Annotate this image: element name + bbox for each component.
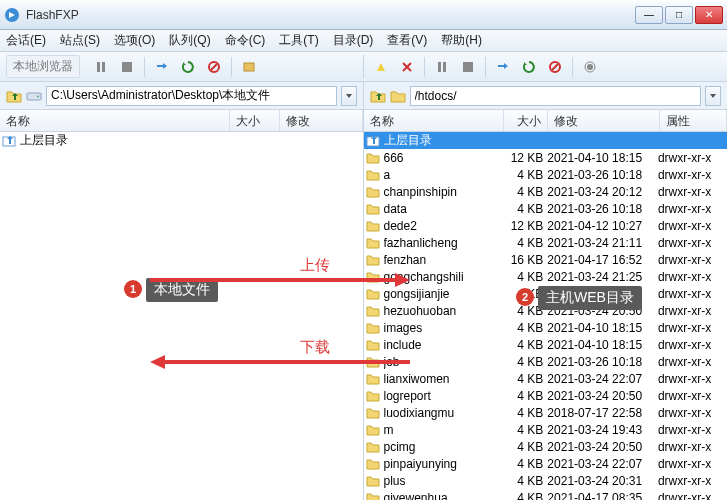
file-attrs: drwxr-xr-x	[658, 372, 727, 386]
toolbar: 本地浏览器	[0, 52, 727, 82]
menu-view[interactable]: 查看(V)	[387, 32, 427, 49]
file-row[interactable]: job4 KB2021-03-26 10:18drwxr-xr-x	[364, 353, 728, 370]
up-icon-r	[366, 134, 382, 148]
col-attrs-r[interactable]: 属性	[660, 110, 728, 131]
file-row[interactable]: fenzhan16 KB2021-04-17 16:52drwxr-xr-x	[364, 251, 728, 268]
connect-icon[interactable]	[370, 56, 392, 78]
parent-dir-row[interactable]: 上层目录	[0, 132, 363, 149]
file-row[interactable]: logreport4 KB2021-03-24 20:50drwxr-xr-x	[364, 387, 728, 404]
path-dropdown-icon-r[interactable]	[705, 86, 721, 106]
transfer-icon-r[interactable]	[492, 56, 514, 78]
left-pane[interactable]: 上层目录	[0, 132, 364, 500]
menu-commands[interactable]: 命令(C)	[225, 32, 266, 49]
svg-rect-1	[97, 62, 100, 72]
file-row[interactable]: include4 KB2021-04-10 18:15drwxr-xr-x	[364, 336, 728, 353]
stop-icon-r[interactable]	[457, 56, 479, 78]
col-size-l[interactable]: 大小	[230, 110, 280, 131]
local-path-input[interactable]	[46, 86, 337, 106]
menubar: 会话(E) 站点(S) 选项(O) 队列(Q) 命令(C) 工具(T) 目录(D…	[0, 30, 727, 52]
folder-up-icon-r[interactable]	[370, 88, 386, 104]
stop-icon[interactable]	[116, 56, 138, 78]
minimize-button[interactable]: —	[635, 6, 663, 24]
file-name: hezuohuoban	[384, 304, 504, 318]
tools-icon-r[interactable]	[579, 56, 601, 78]
folder-icon	[366, 168, 382, 182]
pause-icon[interactable]	[90, 56, 112, 78]
file-size: 4 KB	[504, 491, 547, 501]
right-pane[interactable]: 上层目录 66612 KB2021-04-10 18:15drwxr-xr-xa…	[364, 132, 728, 500]
file-name: include	[384, 338, 504, 352]
file-row[interactable]: gongsijianjie4 KB2021-03-24 20:50drwxr-x…	[364, 285, 728, 302]
up-icon	[2, 134, 18, 148]
file-name: gongchangshili	[384, 270, 504, 284]
refresh-icon-r[interactable]	[518, 56, 540, 78]
file-attrs: drwxr-xr-x	[658, 253, 727, 267]
file-attrs: drwxr-xr-x	[658, 423, 727, 437]
menu-directory[interactable]: 目录(D)	[333, 32, 374, 49]
file-name: a	[384, 168, 504, 182]
folder-icon	[366, 389, 382, 403]
file-row[interactable]: chanpinshipin4 KB2021-03-24 20:12drwxr-x…	[364, 183, 728, 200]
file-row[interactable]: qiyewenhua4 KB2021-04-17 08:35drwxr-xr-x	[364, 489, 728, 500]
file-row[interactable]: data4 KB2021-03-26 10:18drwxr-xr-x	[364, 200, 728, 217]
file-attrs: drwxr-xr-x	[658, 440, 727, 454]
file-row[interactable]: lianxiwomen4 KB2021-03-24 22:07drwxr-xr-…	[364, 370, 728, 387]
file-row[interactable]: dede212 KB2021-04-12 10:27drwxr-xr-x	[364, 217, 728, 234]
path-dropdown-icon[interactable]	[341, 86, 357, 106]
settings-icon[interactable]	[238, 56, 260, 78]
pause-icon-r[interactable]	[431, 56, 453, 78]
folder-icon	[366, 151, 382, 165]
close-button[interactable]: ✕	[695, 6, 723, 24]
file-row[interactable]: a4 KB2021-03-26 10:18drwxr-xr-x	[364, 166, 728, 183]
file-name: data	[384, 202, 504, 216]
maximize-button[interactable]: □	[665, 6, 693, 24]
transfer-icon[interactable]	[151, 56, 173, 78]
file-modified: 2021-04-17 16:52	[547, 253, 658, 267]
menu-tools[interactable]: 工具(T)	[279, 32, 318, 49]
refresh-icon[interactable]	[177, 56, 199, 78]
remote-path-input[interactable]	[410, 86, 702, 106]
file-row[interactable]: images4 KB2021-04-10 18:15drwxr-xr-x	[364, 319, 728, 336]
file-modified: 2021-04-10 18:15	[547, 321, 658, 335]
file-size: 12 KB	[504, 219, 547, 233]
local-browser-label: 本地浏览器	[6, 55, 80, 78]
file-row[interactable]: luodixiangmu4 KB2018-07-17 22:58drwxr-xr…	[364, 404, 728, 421]
menu-sites[interactable]: 站点(S)	[60, 32, 100, 49]
abort-icon[interactable]	[203, 56, 225, 78]
abort-icon-r[interactable]	[544, 56, 566, 78]
menu-options[interactable]: 选项(O)	[114, 32, 155, 49]
folder-icon	[366, 406, 382, 420]
col-size-r[interactable]: 大小	[504, 110, 548, 131]
file-row[interactable]: gongchangshili4 KB2021-03-24 21:25drwxr-…	[364, 268, 728, 285]
file-row[interactable]: 66612 KB2021-04-10 18:15drwxr-xr-x	[364, 149, 728, 166]
window-title: FlashFXP	[26, 8, 635, 22]
col-modified-r[interactable]: 修改	[548, 110, 660, 131]
file-size: 4 KB	[504, 389, 547, 403]
content: 上层目录 上层目录 66612 KB2021-04-10 18:15drwxr-…	[0, 132, 727, 500]
col-name-l[interactable]: 名称	[0, 110, 230, 131]
col-modified-l[interactable]: 修改	[280, 110, 363, 131]
menu-help[interactable]: 帮助(H)	[441, 32, 482, 49]
file-row[interactable]: m4 KB2021-03-24 19:43drwxr-xr-x	[364, 421, 728, 438]
file-row[interactable]: pinpaiyunying4 KB2021-03-24 22:07drwxr-x…	[364, 455, 728, 472]
app-icon	[4, 7, 20, 23]
file-row[interactable]: fazhanlicheng4 KB2021-03-24 21:11drwxr-x…	[364, 234, 728, 251]
file-row[interactable]: plus4 KB2021-03-24 20:31drwxr-xr-x	[364, 472, 728, 489]
file-size: 4 KB	[504, 372, 547, 386]
file-modified: 2021-03-26 10:18	[547, 168, 658, 182]
menu-queue[interactable]: 队列(Q)	[169, 32, 210, 49]
drive-icon[interactable]	[26, 88, 42, 104]
folder-up-icon[interactable]	[6, 88, 22, 104]
col-name-r[interactable]: 名称	[364, 110, 504, 131]
file-size: 4 KB	[504, 406, 547, 420]
file-name: pinpaiyunying	[384, 457, 504, 471]
parent-dir-row-r[interactable]: 上层目录	[364, 132, 728, 149]
disconnect-icon[interactable]	[396, 56, 418, 78]
folder-icon	[366, 372, 382, 386]
remote-root-icon[interactable]	[390, 88, 406, 104]
file-row[interactable]: hezuohuoban4 KB2021-03-24 20:50drwxr-xr-…	[364, 302, 728, 319]
file-row[interactable]: pcimg4 KB2021-03-24 20:50drwxr-xr-x	[364, 438, 728, 455]
file-attrs: drwxr-xr-x	[658, 168, 727, 182]
file-name: pcimg	[384, 440, 504, 454]
menu-session[interactable]: 会话(E)	[6, 32, 46, 49]
